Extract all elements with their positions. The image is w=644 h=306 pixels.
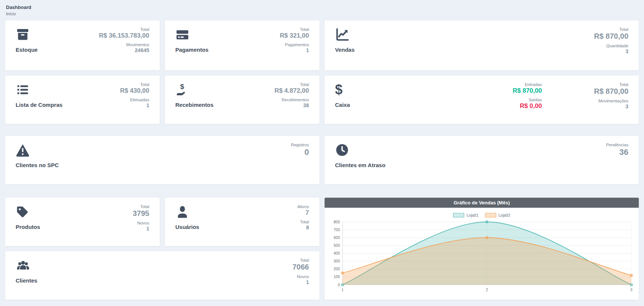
breadcrumb[interactable]: Início bbox=[6, 12, 639, 16]
svg-text:3: 3 bbox=[630, 288, 632, 292]
card-produtos: Produtos Total 3795 Novos 1 bbox=[5, 198, 160, 246]
page-header: Dashboard Início bbox=[6, 4, 639, 16]
stat-movimentacoes: Movimentações 3 bbox=[598, 99, 628, 109]
svg-text:300: 300 bbox=[334, 259, 340, 263]
stat-ativos: Ativos 7 bbox=[297, 204, 309, 217]
chart-legend: Loja01Loja02 bbox=[328, 213, 635, 217]
svg-text:2: 2 bbox=[486, 288, 488, 292]
dollar-sign-icon: $ bbox=[335, 82, 351, 97]
users-icon bbox=[16, 258, 31, 273]
stat-pendencias: Pendências 36 bbox=[606, 143, 628, 157]
card-title: Clientes no SPC bbox=[16, 162, 59, 168]
card-lista-de-compras: Lista de Compras Total R$ 430,00 Efetuad… bbox=[5, 76, 160, 124]
credit-card-icon bbox=[175, 27, 191, 42]
user-icon bbox=[175, 204, 191, 219]
card-title: Lista de Compras bbox=[16, 102, 63, 108]
card-vendas: Vendas Total R$ 870,00 Quantidade 3 bbox=[325, 20, 639, 70]
stat-total: Total 3795 bbox=[133, 204, 150, 218]
stat-entradas: Entradas R$ 870,00 bbox=[513, 82, 542, 95]
stat-recebimentos: Recebimentos 38 bbox=[281, 98, 309, 108]
chart-title: Gráfico de Vendas (Mês) bbox=[325, 198, 639, 208]
stat-total: Total R$ 870,00 bbox=[594, 27, 628, 41]
svg-text:600: 600 bbox=[334, 236, 340, 240]
card-title: Pagamentos bbox=[175, 47, 208, 53]
card-caixa: $ Caixa Entradas R$ 870,00 Saídas R$ 0,0… bbox=[325, 76, 639, 124]
card-clientes-no-spc: Clientes no SPC Registros 0 bbox=[5, 136, 319, 184]
card-title: Clientes em Atraso bbox=[335, 162, 385, 168]
hand-holding-dollar-icon: $ bbox=[175, 82, 191, 97]
card-title: Recebimentos bbox=[175, 102, 214, 108]
svg-text:0: 0 bbox=[338, 283, 340, 287]
stat-total: Total R$ 36.153.783,00 bbox=[99, 27, 149, 39]
list-icon bbox=[16, 82, 31, 97]
svg-text:1: 1 bbox=[341, 288, 344, 292]
card-title: Caixa bbox=[335, 102, 350, 108]
archive-box-icon bbox=[16, 27, 31, 42]
card-title: Vendas bbox=[335, 47, 355, 53]
legend-item[interactable]: Loja01 bbox=[453, 213, 478, 217]
card-pagamentos: Pagamentos Total R$ 321,00 Pagamentos 1 bbox=[165, 20, 319, 70]
stat-movimentos: Movimentos 24645 bbox=[126, 42, 149, 53]
stat-novos: Novos 1 bbox=[297, 274, 309, 285]
stat-quantidade: Quantidade 3 bbox=[606, 44, 628, 54]
card-usuarios: Usuários Ativos 7 Total 8 bbox=[165, 198, 319, 246]
card-title: Produtos bbox=[16, 224, 40, 230]
svg-text:100: 100 bbox=[334, 275, 340, 279]
stat-total: Total 7066 bbox=[293, 258, 309, 271]
clock-icon bbox=[335, 143, 351, 157]
chart-line-icon bbox=[335, 27, 351, 42]
chart-body: Loja01Loja02 010020030040050060070080012… bbox=[325, 208, 639, 300]
stat-efetuadas: Efetuadas 1 bbox=[130, 98, 149, 108]
svg-text:500: 500 bbox=[334, 243, 340, 248]
page-title: Dashboard bbox=[6, 4, 639, 10]
stat-saidas: Saídas R$ 0,00 bbox=[520, 98, 542, 110]
svg-text:400: 400 bbox=[334, 251, 340, 255]
stat-total: Total R$ 321,00 bbox=[280, 27, 309, 39]
card-clientes: Clientes Total 7066 Novos 1 bbox=[5, 251, 319, 300]
svg-text:$: $ bbox=[180, 83, 184, 90]
card-title: Clientes bbox=[16, 277, 37, 284]
tag-icon bbox=[16, 204, 31, 219]
warning-triangle-icon bbox=[16, 143, 31, 157]
sales-area-chart: 0100200300400500600700800123 bbox=[328, 218, 635, 294]
svg-text:200: 200 bbox=[334, 267, 340, 271]
stat-registros: Registros 0 bbox=[291, 143, 309, 157]
svg-text:800: 800 bbox=[334, 220, 340, 224]
card-clientes-em-atraso: Clientes em Atraso Pendências 36 bbox=[325, 136, 639, 184]
card-recebimentos: $ Recebimentos Total R$ 4.872,00 Recebim… bbox=[165, 76, 319, 124]
card-grafico-vendas: Gráfico de Vendas (Mês) Loja01Loja02 010… bbox=[325, 198, 639, 300]
stat-novos: Novos 1 bbox=[137, 221, 149, 232]
stat-total: Total R$ 4.872,00 bbox=[274, 82, 309, 95]
stat-pagamentos: Pagamentos 1 bbox=[285, 42, 309, 53]
svg-text:700: 700 bbox=[334, 228, 340, 232]
stat-total: Total R$ 430,00 bbox=[120, 82, 149, 95]
stat-total: Total R$ 870,00 bbox=[594, 82, 628, 96]
card-title: Usuários bbox=[175, 224, 199, 230]
card-title: Estoque bbox=[16, 47, 38, 53]
legend-item[interactable]: Loja02 bbox=[485, 213, 510, 217]
dashboard-page: Dashboard Início Estoque Total R$ 36.153… bbox=[0, 0, 644, 300]
card-estoque: Estoque Total R$ 36.153.783,00 Movimento… bbox=[5, 20, 160, 70]
stat-total: Total 8 bbox=[300, 220, 309, 230]
